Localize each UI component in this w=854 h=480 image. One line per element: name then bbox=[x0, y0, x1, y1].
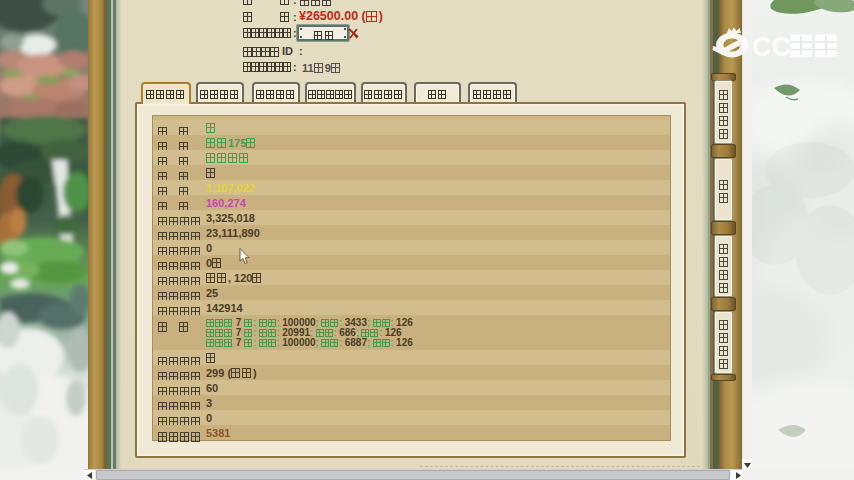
svg-text:CC: CC bbox=[752, 32, 791, 62]
